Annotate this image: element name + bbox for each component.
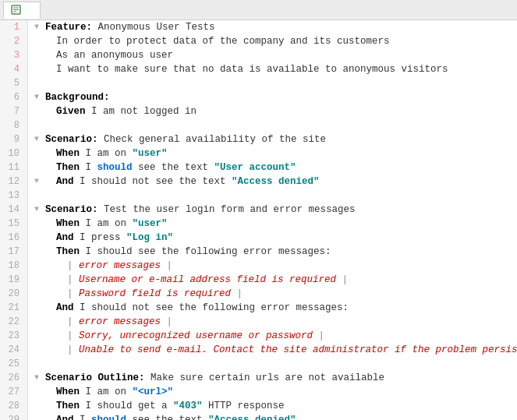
code-line: Then I should get a "403" HTTP response xyxy=(34,399,517,413)
line-number: 5 xyxy=(5,76,23,90)
fold-arrow[interactable] xyxy=(34,76,45,90)
code-line xyxy=(34,189,517,203)
fold-arrow[interactable]: ▼ xyxy=(34,175,45,189)
code-line xyxy=(34,357,517,371)
fold-arrow[interactable] xyxy=(34,34,45,48)
line-number: 14 xyxy=(5,203,23,217)
line-number: 24 xyxy=(5,343,23,357)
fold-arrow[interactable] xyxy=(34,48,45,62)
line-number: 29 xyxy=(5,413,23,420)
code-line: | error messages | xyxy=(34,259,517,273)
fold-arrow[interactable] xyxy=(34,301,45,315)
fold-arrow[interactable] xyxy=(34,385,45,399)
editor: 1234567891011121314151617181920212223242… xyxy=(0,20,517,420)
code-line-content: Scenario: Check general availability of … xyxy=(45,132,326,146)
code-line: I want to make sure that no data is avai… xyxy=(34,62,517,76)
fold-arrow[interactable] xyxy=(34,217,45,231)
code-line-content: Scenario Outline: Make sure certain urls… xyxy=(45,371,384,385)
line-number: 22 xyxy=(5,315,23,329)
file-icon xyxy=(10,5,21,16)
line-number: 19 xyxy=(5,273,23,287)
code-line: | error messages | xyxy=(34,315,517,329)
code-line: In order to protect data of the company … xyxy=(34,34,517,48)
fold-arrow[interactable]: ▼ xyxy=(34,203,45,217)
code-line-content: | Username or e-mail address field is re… xyxy=(45,273,348,287)
line-number: 3 xyxy=(5,48,23,62)
tab-anonymous-feature[interactable] xyxy=(3,2,41,19)
code-line-content: | error messages | xyxy=(45,259,172,273)
code-line-content: Then I should see the following error me… xyxy=(45,245,331,259)
code-line: When I am on "user" xyxy=(34,217,517,231)
fold-arrow[interactable] xyxy=(34,399,45,413)
fold-arrow[interactable] xyxy=(34,245,45,259)
code-line-content: And I should not see the text "Access de… xyxy=(45,175,320,189)
fold-arrow[interactable] xyxy=(34,161,45,175)
code-line: As an anonymous user xyxy=(34,48,517,62)
code-line: ▼Feature: Anonymous User Tests xyxy=(34,20,517,34)
code-line-content: In order to protect data of the company … xyxy=(45,34,390,48)
code-line: | Username or e-mail address field is re… xyxy=(34,273,517,287)
fold-arrow[interactable] xyxy=(34,231,45,245)
code-line-content: When I am on "user" xyxy=(45,217,168,231)
fold-arrow[interactable] xyxy=(34,146,45,161)
code-line: Given I am not logged in xyxy=(34,104,517,118)
code-line: When I am on "<url>" xyxy=(34,385,517,399)
code-line: | Password field is required | xyxy=(34,287,517,301)
fold-arrow[interactable] xyxy=(34,62,45,76)
code-line-content: And I should not see the following error… xyxy=(45,301,349,315)
line-number: 21 xyxy=(5,301,23,315)
code-line-content: | Unable to send e-mail. Contact the sit… xyxy=(45,343,517,357)
line-numbers-gutter: 1234567891011121314151617181920212223242… xyxy=(0,20,28,420)
line-number: 13 xyxy=(5,189,23,203)
line-number: 1 xyxy=(5,20,23,34)
tab-bar xyxy=(0,0,517,20)
fold-arrow[interactable] xyxy=(34,259,45,273)
code-line-content: When I am on "user" xyxy=(45,146,168,161)
code-line: Then I should see the text "User account… xyxy=(34,161,517,175)
code-line: | Unable to send e-mail. Contact the sit… xyxy=(34,343,517,357)
line-number: 11 xyxy=(5,161,23,175)
code-line: And I should see the text "Access denied… xyxy=(34,413,517,420)
line-number: 16 xyxy=(5,231,23,245)
code-line-content: | Sorry, unrecognized username or passwo… xyxy=(45,329,324,343)
fold-arrow[interactable] xyxy=(34,315,45,329)
code-line xyxy=(34,76,517,90)
code-line-content: Then I should see the text "User account… xyxy=(45,161,296,175)
fold-arrow[interactable] xyxy=(34,189,45,203)
code-line-content: I want to make sure that no data is avai… xyxy=(45,62,448,76)
fold-arrow[interactable]: ▼ xyxy=(34,371,45,385)
fold-arrow[interactable] xyxy=(34,343,45,357)
line-number: 7 xyxy=(5,104,23,118)
fold-arrow[interactable] xyxy=(34,118,45,132)
fold-arrow[interactable]: ▼ xyxy=(34,132,45,146)
fold-arrow[interactable] xyxy=(34,273,45,287)
line-number: 12 xyxy=(5,175,23,189)
fold-arrow[interactable]: ▼ xyxy=(34,90,45,104)
code-line: ▼Background: xyxy=(34,90,517,104)
line-number: 18 xyxy=(5,259,23,273)
code-content[interactable]: ▼Feature: Anonymous User Tests In order … xyxy=(28,20,517,420)
code-line-content: When I am on "<url>" xyxy=(45,385,173,399)
fold-arrow[interactable] xyxy=(34,329,45,343)
fold-arrow[interactable] xyxy=(34,357,45,371)
fold-arrow[interactable]: ▼ xyxy=(34,20,45,34)
code-line-content: And I press "Log in" xyxy=(45,231,173,245)
line-number: 10 xyxy=(5,146,23,161)
line-number: 27 xyxy=(5,385,23,399)
fold-arrow[interactable] xyxy=(34,413,45,420)
fold-arrow[interactable] xyxy=(34,104,45,118)
code-line: And I should not see the following error… xyxy=(34,301,517,315)
code-line: When I am on "user" xyxy=(34,146,517,161)
line-number: 6 xyxy=(5,90,23,104)
code-line: | Sorry, unrecognized username or passwo… xyxy=(34,329,517,343)
line-number: 20 xyxy=(5,287,23,301)
code-line: ▼Scenario: Test the user login form and … xyxy=(34,203,517,217)
fold-arrow[interactable] xyxy=(34,287,45,301)
code-line-content: As an anonymous user xyxy=(45,48,173,62)
code-line-content: Feature: Anonymous User Tests xyxy=(45,20,215,34)
code-line: Then I should see the following error me… xyxy=(34,245,517,259)
code-line-content: | error messages | xyxy=(45,315,172,329)
line-number: 4 xyxy=(5,62,23,76)
code-line: ▼And I should not see the text "Access d… xyxy=(34,175,517,189)
line-number: 26 xyxy=(5,371,23,385)
